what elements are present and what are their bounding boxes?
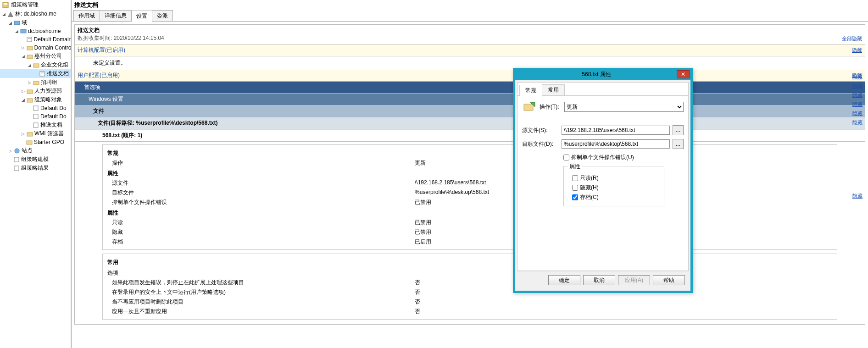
hide-link-3[interactable]: 隐藏 bbox=[852, 92, 862, 99]
tree-forest[interactable]: ◢ 林: dc.biosho.me bbox=[0, 10, 71, 18]
gpo-icon bbox=[32, 105, 39, 112]
archive-label: 存档(C) bbox=[580, 193, 599, 201]
svg-rect-15 bbox=[33, 106, 38, 110]
prefs-bar[interactable]: 首选项 bbox=[75, 82, 865, 94]
tree-domain[interactable]: ◢ dc.biosho.me bbox=[0, 27, 71, 35]
tree-domain-controllers[interactable]: ▷ Domain Contro bbox=[0, 44, 71, 52]
files-bar[interactable]: 文件 bbox=[75, 105, 865, 117]
computer-config-bar[interactable]: 计算机配置(已启用) 隐藏 bbox=[75, 44, 865, 56]
svg-rect-9 bbox=[33, 64, 39, 67]
browse-src-button[interactable]: ... bbox=[673, 125, 684, 135]
hidden-checkbox[interactable] bbox=[572, 185, 578, 191]
tree-domains[interactable]: ◢ 域 bbox=[0, 18, 71, 27]
tree-gpo3[interactable]: 推送文档 bbox=[0, 121, 71, 129]
tree-hr[interactable]: ▷ 人力资源部 bbox=[0, 87, 71, 95]
tab-settings[interactable]: 设置 bbox=[131, 11, 152, 22]
tree-huizhou[interactable]: ◢ 惠州分公司 bbox=[0, 52, 71, 61]
common-header: 常用 bbox=[107, 257, 832, 267]
ok-button[interactable]: 确定 bbox=[548, 275, 580, 285]
ou-icon bbox=[33, 61, 40, 69]
hide-link-1[interactable]: 隐藏 bbox=[852, 73, 862, 80]
svg-marker-2 bbox=[8, 11, 13, 17]
expand-icon[interactable]: ▷ bbox=[28, 80, 32, 85]
hide-link-6[interactable]: 隐藏 bbox=[852, 119, 862, 126]
close-button[interactable]: ✕ bbox=[677, 70, 690, 78]
src-input[interactable] bbox=[562, 126, 670, 135]
tab-delegation[interactable]: 委派 bbox=[152, 10, 173, 21]
collapse-icon[interactable]: ◢ bbox=[15, 29, 19, 33]
user-config-bar[interactable]: 用户配置(已启用) 隐藏 bbox=[75, 70, 865, 82]
expand-icon[interactable]: ▷ bbox=[21, 45, 25, 50]
collapse-icon[interactable]: ◢ bbox=[8, 21, 12, 25]
collapse-icon[interactable]: ◢ bbox=[28, 63, 32, 67]
kv-key: 隐藏 bbox=[107, 228, 415, 236]
hide-link-2[interactable]: 隐藏 bbox=[852, 83, 862, 89]
svg-rect-1 bbox=[4, 3, 7, 5]
expand-icon[interactable]: ▷ bbox=[21, 89, 25, 94]
apply-button[interactable]: 应用(A) bbox=[618, 275, 650, 285]
collapse-icon[interactable]: ◢ bbox=[2, 12, 6, 17]
section-label: 用户配置(已启用) bbox=[78, 72, 120, 79]
src-label: 源文件(S): bbox=[522, 127, 559, 134]
action-label: 操作(T): bbox=[540, 103, 562, 111]
tree-label: Default Do bbox=[40, 113, 67, 120]
dialog-titlebar[interactable]: 568.txt 属性 ✕ bbox=[513, 68, 692, 80]
svg-rect-4 bbox=[21, 29, 26, 33]
all-hide-link[interactable]: 全部隐藏 bbox=[842, 36, 862, 41]
tree-default-domain[interactable]: Default Domain bbox=[0, 35, 71, 44]
collapse-icon[interactable]: ◢ bbox=[21, 54, 25, 59]
svg-rect-16 bbox=[33, 114, 38, 119]
tab-details[interactable]: 详细信息 bbox=[100, 10, 132, 21]
win-settings-bar[interactable]: Windows 设置 bbox=[75, 94, 865, 105]
gpo-icon bbox=[32, 113, 39, 120]
tree-sites[interactable]: ▷ 站点 bbox=[0, 146, 71, 155]
file-target-bar[interactable]: 文件(目标路径: %userprofile%\desktop\568.txt) bbox=[75, 117, 865, 129]
tree-zhaopin[interactable]: ▷ 招聘组 bbox=[0, 78, 71, 87]
tree-push-doc[interactable]: 推送文档 bbox=[0, 69, 71, 78]
tree-modeling[interactable]: 组策略建模 bbox=[0, 155, 71, 164]
archive-checkbox[interactable] bbox=[572, 194, 578, 200]
kv-value: 否 bbox=[415, 308, 832, 315]
help-button[interactable]: 帮助 bbox=[653, 275, 685, 285]
suppress-checkbox[interactable] bbox=[563, 155, 569, 160]
tab-scope[interactable]: 作用域 bbox=[73, 10, 100, 21]
tree-label: 推送文档 bbox=[47, 70, 69, 77]
filter-icon bbox=[26, 130, 33, 138]
gpo-icon bbox=[32, 122, 39, 129]
dst-input[interactable] bbox=[562, 139, 670, 149]
action-select[interactable]: 更新 bbox=[564, 102, 684, 112]
hide-link-4[interactable]: 隐藏 bbox=[852, 101, 862, 108]
tree-gpo2[interactable]: Default Do bbox=[0, 112, 71, 121]
tree-wmi[interactable]: ▷ WMI 筛选器 bbox=[0, 129, 71, 138]
svg-rect-3 bbox=[14, 21, 20, 25]
section-label: Windows 设置 bbox=[89, 95, 123, 103]
kv-key: 当不再应用项目时删除此项目 bbox=[107, 298, 415, 306]
tree-starter[interactable]: Starter GPO bbox=[0, 138, 71, 146]
hide-link-5[interactable]: 隐藏 bbox=[852, 110, 862, 117]
readonly-checkbox[interactable] bbox=[572, 175, 578, 181]
tree-label: 组策略建模 bbox=[21, 155, 49, 163]
tree-gpo-objects[interactable]: ◢ 组策略对象 bbox=[0, 95, 71, 104]
expand-icon[interactable]: ▷ bbox=[21, 132, 25, 136]
tree-label: Default Domain bbox=[34, 36, 71, 43]
svg-rect-0 bbox=[3, 2, 8, 8]
file-item-bar[interactable]: 568.txt (顺序: 1) bbox=[75, 129, 865, 142]
hide-link[interactable]: 隐藏 bbox=[852, 47, 862, 54]
svg-rect-23 bbox=[524, 104, 533, 110]
expand-icon[interactable]: ▷ bbox=[8, 149, 12, 153]
tree-label: 招聘组 bbox=[41, 78, 57, 86]
tree-label: 组策略结果 bbox=[21, 164, 49, 172]
app-title: 组策略管理 bbox=[0, 0, 71, 10]
dialog-tab-common[interactable]: 常用 bbox=[542, 84, 565, 95]
report-icon bbox=[13, 156, 20, 163]
hide-link-7[interactable]: 隐藏 bbox=[852, 193, 862, 199]
tree-results[interactable]: 组策略结果 bbox=[0, 164, 71, 172]
cancel-button[interactable]: 取消 bbox=[583, 275, 615, 285]
browse-dst-button[interactable]: ... bbox=[673, 139, 684, 149]
tree-gpo1[interactable]: Default Do bbox=[0, 104, 71, 112]
svg-rect-17 bbox=[33, 123, 38, 127]
tree-qywh[interactable]: ◢ 企业文化组 bbox=[0, 61, 71, 69]
collapse-icon[interactable]: ◢ bbox=[21, 98, 25, 102]
dialog-tab-general[interactable]: 常规 bbox=[519, 85, 542, 96]
main-tabs: 作用域 详细信息 设置 委派 bbox=[72, 10, 868, 22]
